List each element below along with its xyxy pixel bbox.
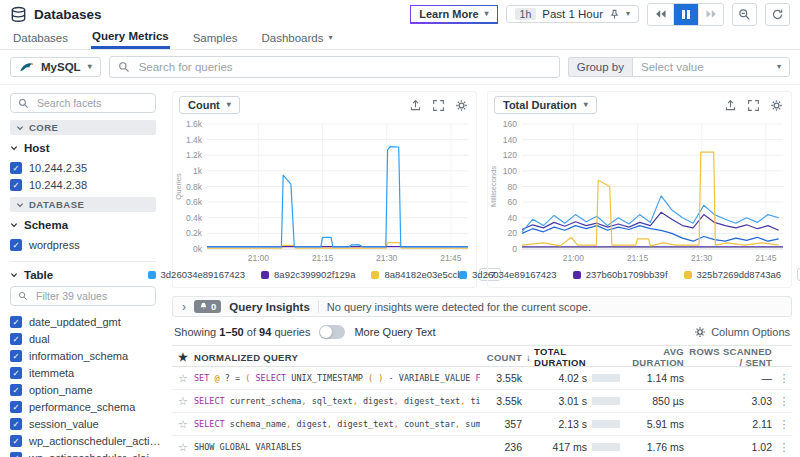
- facet-checkbox-date-updated-gmt[interactable]: ✓date_updated_gmt: [10, 313, 156, 330]
- legend-label: 237b60b1709bb39f: [586, 269, 668, 280]
- checkbox-checked-icon[interactable]: ✓: [10, 435, 22, 447]
- legend-label: 3d26034e89167423: [161, 269, 246, 280]
- count-chart[interactable]: 0k0.2k0.4k0.6k0.8k1k1.2k1.4k1.6k21:0021:…: [173, 116, 474, 266]
- facet-checkbox-wordpress[interactable]: ✓wordpress: [10, 236, 156, 253]
- checkbox-checked-icon[interactable]: ✓: [10, 384, 22, 396]
- checkbox-checked-icon[interactable]: ✓: [10, 401, 22, 413]
- facet-filter-input[interactable]: [34, 289, 148, 303]
- learn-more-button[interactable]: Learn More ▾: [410, 5, 497, 24]
- facet-checkbox-wp-actionscheduler-acti-[interactable]: ✓wp_actionscheduler_acti…: [10, 432, 156, 449]
- table-row[interactable]: ☆SET @ ? = ( SELECT UNIX_TIMESTAMP ( ) -…: [172, 367, 792, 390]
- kebab-menu-icon[interactable]: ⋮: [776, 441, 792, 454]
- search-input[interactable]: [137, 60, 551, 74]
- backward-button[interactable]: [648, 4, 673, 25]
- total-duration-cell: 417 ms: [526, 441, 620, 453]
- tab-dashboards[interactable]: Dashboards▾: [260, 26, 333, 49]
- kebab-menu-icon[interactable]: ⋮: [776, 372, 792, 385]
- facet-checkbox-dual[interactable]: ✓dual: [10, 330, 156, 347]
- legend-item[interactable]: 8a84182e03e5ccb: [371, 269, 462, 280]
- col-total-duration[interactable]: ↓ TOTAL DURATION: [526, 346, 620, 368]
- group-by-select[interactable]: Select value ▾: [632, 57, 790, 77]
- zoom-out-button[interactable]: [732, 3, 757, 26]
- facet-checkbox-information-schema[interactable]: ✓information_schema: [10, 347, 156, 364]
- gear-icon[interactable]: [455, 99, 468, 112]
- chevron-down-icon: ▾: [328, 34, 332, 42]
- facet-group-host[interactable]: Host: [10, 142, 156, 154]
- checkbox-checked-icon[interactable]: ✓: [10, 367, 22, 379]
- refresh-button[interactable]: [765, 3, 790, 26]
- checkbox-checked-icon[interactable]: ✓: [10, 452, 22, 457]
- col-normalized-query[interactable]: NORMALIZED QUERY: [194, 352, 480, 363]
- svg-text:0.6k: 0.6k: [186, 197, 203, 207]
- col-rows-scanned[interactable]: ROWS SCANNED / SENT: [688, 346, 776, 368]
- time-range-chip: 1h: [515, 8, 537, 20]
- legend-item[interactable]: 325b7269dd8743a6: [684, 269, 782, 280]
- chevron-down-icon: ▾: [626, 10, 630, 18]
- table-row[interactable]: ☆SELECT current_schema, sql_text, digest…: [172, 390, 792, 413]
- duration-bar: [592, 420, 620, 428]
- facet-section-core[interactable]: CORE: [10, 120, 156, 135]
- facet-item-label: 10.244.2.38: [29, 179, 87, 191]
- time-range-picker[interactable]: 1h Past 1 Hour ▾: [506, 5, 639, 23]
- metric-select-duration[interactable]: Total Duration ▾: [494, 96, 597, 114]
- facet-checkbox-10-244-2-38[interactable]: ✓10.244.2.38: [10, 176, 156, 193]
- kebab-menu-icon[interactable]: ⋮: [776, 395, 792, 408]
- chevron-right-icon[interactable]: ›: [182, 301, 186, 313]
- bell-icon: [199, 302, 208, 311]
- pause-button[interactable]: [673, 4, 698, 25]
- legend-swatch: [684, 271, 692, 279]
- facet-group-schema[interactable]: Schema: [10, 219, 156, 231]
- checkbox-checked-icon[interactable]: ✓: [10, 239, 22, 251]
- tab-query-metrics[interactable]: Query Metrics: [91, 26, 170, 49]
- facet-checkbox-option-name[interactable]: ✓option_name: [10, 381, 156, 398]
- facet-group-table[interactable]: Table: [10, 269, 156, 281]
- total-duration-cell: 3.01 s: [526, 395, 620, 407]
- metric-select-count[interactable]: Count ▾: [179, 96, 240, 114]
- more-query-text-toggle[interactable]: [319, 325, 345, 339]
- fullscreen-icon[interactable]: [432, 99, 445, 112]
- export-icon[interactable]: [409, 99, 422, 112]
- forward-button[interactable]: [698, 4, 723, 25]
- checkbox-checked-icon[interactable]: ✓: [10, 333, 22, 345]
- checkbox-checked-icon[interactable]: ✓: [10, 418, 22, 430]
- star-outline-icon[interactable]: ☆: [172, 418, 194, 431]
- facet-checkbox-itemmeta[interactable]: ✓itemmeta: [10, 364, 156, 381]
- kebab-menu-icon[interactable]: ⋮: [776, 418, 792, 431]
- facet-checkbox-performance-schema[interactable]: ✓performance_schema: [10, 398, 156, 415]
- duration-bar: [592, 443, 620, 451]
- legend-item[interactable]: 3d26034e89167423: [459, 269, 557, 280]
- checkbox-checked-icon[interactable]: ✓: [10, 316, 22, 328]
- checkbox-checked-icon[interactable]: ✓: [10, 162, 22, 174]
- query-token: ,: [455, 419, 465, 429]
- column-options-button[interactable]: Column Options: [694, 326, 790, 338]
- star-outline-icon[interactable]: ☆: [172, 395, 194, 408]
- star-outline-icon[interactable]: ☆: [172, 372, 194, 385]
- checkbox-checked-icon[interactable]: ✓: [10, 350, 22, 362]
- pin-icon[interactable]: [609, 9, 620, 20]
- svg-text:21:00: 21:00: [248, 253, 270, 263]
- tab-databases[interactable]: Databases: [12, 26, 69, 49]
- table-row[interactable]: ☆SHOW GLOBAL VARIABLES236417 ms1.76 ms1.…: [172, 436, 792, 457]
- query-token: digest_text: [404, 396, 460, 406]
- export-icon[interactable]: [724, 99, 737, 112]
- legend-item[interactable]: 237b60b1709bb39f: [573, 269, 668, 280]
- star-outline-icon[interactable]: ☆: [172, 441, 194, 454]
- legend-swatch: [371, 271, 379, 279]
- col-avg-duration[interactable]: AVG DURATION: [620, 346, 688, 368]
- fullscreen-icon[interactable]: [747, 99, 760, 112]
- engine-select[interactable]: MySQL ▾: [10, 57, 101, 77]
- facet-checkbox-session-value[interactable]: ✓session_value: [10, 415, 156, 432]
- facet-search-input[interactable]: [35, 96, 148, 110]
- legend-item[interactable]: 8a92c399902f129a: [261, 269, 355, 280]
- table-row[interactable]: ☆SELECT schema_name, digest, digest_text…: [172, 413, 792, 436]
- tab-samples[interactable]: Samples: [192, 26, 239, 49]
- col-count[interactable]: COUNT: [480, 352, 526, 363]
- legend-item[interactable]: 3d26034e89167423: [148, 269, 246, 280]
- duration-chart[interactable]: 02040608010012014016021:0021:1521:3021:4…: [488, 116, 789, 266]
- facet-checkbox-wp-actionscheduler-clai-[interactable]: ✓wp_actionscheduler_clai…: [10, 449, 156, 457]
- gear-icon[interactable]: [770, 99, 783, 112]
- facet-checkbox-10-244-2-35[interactable]: ✓10.244.2.35: [10, 159, 156, 176]
- checkbox-checked-icon[interactable]: ✓: [10, 179, 22, 191]
- star-filled-icon[interactable]: ★: [172, 351, 194, 364]
- facet-section-database[interactable]: DATABASE: [10, 197, 156, 212]
